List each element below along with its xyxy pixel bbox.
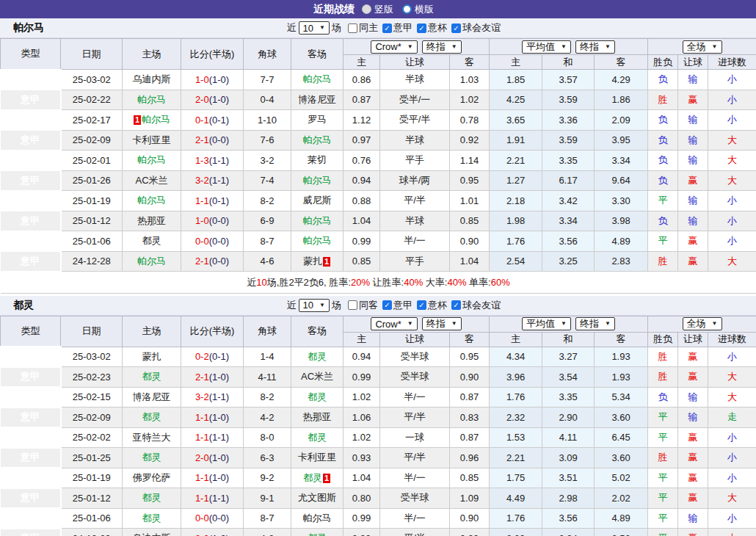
vertical-layout-radio[interactable]	[362, 4, 371, 14]
final-index-select[interactable]: 终指▼	[422, 40, 462, 54]
col-handicap-away: 客	[450, 55, 490, 70]
team-name-text: 帕尔马	[303, 134, 332, 145]
handicap-line-cell: 半/一	[380, 468, 450, 488]
handicap-line-cell: 受半球	[380, 488, 450, 509]
home-team-cell: 帕尔马	[123, 90, 181, 110]
recent-count-select[interactable]: 10 ▼	[299, 21, 330, 35]
league-label-serie-a[interactable]: 意甲	[393, 21, 412, 35]
avg-draw-odds-cell: 6.17	[542, 170, 595, 191]
date-cell: 25-02-09	[61, 130, 123, 151]
handicap-away-odds-cell: 0.92	[450, 130, 490, 151]
near-label: 近	[287, 299, 297, 312]
handicap-away-odds-cell: 0.96	[450, 448, 490, 468]
league-label-club-friendly[interactable]: 球会友谊	[462, 21, 501, 35]
crown-company-select[interactable]: Crow*▼	[371, 317, 417, 330]
summary-segment: 10	[256, 277, 266, 288]
corner-cell: 8-0	[244, 427, 291, 448]
league-label-italy-cup[interactable]: 意杯	[428, 299, 447, 312]
league-checkbox-italy-cup[interactable]	[417, 300, 426, 310]
corner-cell: 1-4	[244, 347, 291, 367]
match-row: 意甲25-01-19佛罗伦萨1-1(1-0)9-2都灵11.04半/一0.851…	[1, 468, 756, 488]
league-label-serie-a[interactable]: 意甲	[393, 299, 412, 312]
avg-away-odds-cell: 3.56	[595, 529, 648, 536]
result-cell: 平	[648, 508, 678, 529]
home-team-cell: 亚特兰大	[123, 427, 181, 448]
halftime-score: (1-1)	[209, 493, 229, 504]
same-home-checkbox[interactable]	[348, 23, 357, 33]
full-match-scope-select[interactable]: 全场▼	[683, 40, 722, 54]
date-cell: 25-01-12	[61, 211, 123, 231]
final-index-select-2[interactable]: 终指▼	[575, 40, 615, 54]
score-cell: 1-1(1-0)	[181, 408, 244, 428]
avg-home-odds-cell: 1.76	[490, 231, 542, 252]
team-name-text: 乌迪内斯	[133, 73, 171, 84]
avg-away-odds-cell: 4.29	[595, 70, 648, 90]
home-team-cell: 都灵	[123, 508, 181, 529]
average-odds-group-header: 平均值▼ 终指▼	[490, 39, 648, 55]
league-label-italy-cup[interactable]: 意杯	[428, 21, 447, 35]
final-index-select-2[interactable]: 终指▼	[575, 317, 615, 330]
col-handicap-result: 让球	[678, 332, 708, 347]
avg-draw-odds-cell: 3.09	[542, 448, 595, 468]
team-name-text: 都灵	[142, 235, 161, 246]
score-cell: 2-1(0-0)	[181, 130, 244, 151]
handicap-result-cell: 输	[678, 70, 708, 90]
handicap-away-odds-cell: 0.90	[450, 508, 490, 529]
red-card-badge: 1	[323, 474, 330, 483]
recent-count-select[interactable]: 10 ▼	[299, 299, 330, 312]
col-home: 主场	[123, 316, 181, 347]
corner-cell: 1-10	[244, 110, 291, 131]
fulltime-score: 1-1	[195, 432, 209, 443]
handicap-away-odds-cell: 0.90	[450, 231, 490, 252]
final-index-select[interactable]: 终指▼	[422, 317, 462, 330]
goals-result-cell: 小	[708, 110, 756, 131]
avg-home-odds-cell: 3.96	[490, 367, 542, 388]
col-handicap-home: 主	[344, 55, 380, 70]
summary-segment: 60%	[491, 277, 510, 288]
full-match-scope-select[interactable]: 全场▼	[683, 317, 722, 330]
same-home-label[interactable]: 同主	[359, 21, 378, 35]
team-name-text: 博洛尼亚	[298, 94, 336, 105]
crown-company-select[interactable]: Crow*▼	[371, 40, 417, 54]
avg-away-odds-cell: 1.93	[595, 367, 648, 388]
handicap-home-odds-cell: 1.02	[344, 427, 380, 448]
avg-draw-odds-cell: 3.34	[542, 211, 595, 231]
handicap-line-cell: 半球	[380, 211, 450, 231]
league-checkbox-serie-a[interactable]	[382, 23, 392, 33]
away-team-cell: 帕尔马	[291, 508, 344, 529]
near-label: 近	[287, 21, 297, 35]
handicap-home-odds-cell: 0.88	[344, 191, 380, 211]
handicap-line-cell: 受半球	[380, 347, 450, 367]
same-away-label[interactable]: 同客	[359, 299, 378, 312]
handicap-home-odds-cell: 0.99	[344, 367, 380, 388]
average-odds-select[interactable]: 平均值▼	[522, 40, 571, 54]
result-cell: 负	[648, 170, 678, 191]
vertical-layout-label[interactable]: 竖版	[374, 3, 393, 16]
league-checkbox-club-friendly[interactable]	[451, 300, 461, 310]
handicap-line-cell: 半/一	[380, 231, 450, 252]
league-checkbox-italy-cup[interactable]	[417, 23, 426, 33]
halftime-score: (1-1)	[209, 155, 229, 166]
average-odds-select[interactable]: 平均值▼	[522, 317, 571, 330]
league-checkbox-serie-a[interactable]	[382, 300, 392, 310]
away-team-cell: 帕尔马	[291, 70, 344, 90]
col-avg-away: 客	[595, 332, 648, 347]
recent-count-value: 10	[303, 300, 313, 311]
horizontal-layout-radio[interactable]	[402, 4, 412, 14]
matches-tbody: 意甲25-03-02乌迪内斯1-0(1-0)7-7帕尔马0.86半球1.031.…	[1, 70, 756, 272]
avg-draw-odds-cell: 3.35	[542, 387, 595, 408]
section-header-torino: 都灵 近 10 ▼ 场 同客 意甲 意杯 球会友谊	[0, 296, 756, 316]
corner-cell: 7-4	[244, 170, 291, 191]
league-label-club-friendly[interactable]: 球会友谊	[462, 299, 501, 312]
avg-draw-odds-cell: 2.98	[542, 488, 595, 509]
handicap-home-odds-cell: 0.94	[344, 347, 380, 367]
score-cell: 1-1(1-0)	[181, 468, 244, 488]
same-away-checkbox[interactable]	[348, 300, 357, 310]
avg-away-odds-cell: 4.89	[595, 508, 648, 529]
goals-result-cell: 小	[708, 70, 756, 90]
result-cell: 胜	[648, 448, 678, 468]
horizontal-layout-label[interactable]: 横版	[415, 3, 434, 16]
halftime-score: (0-1)	[209, 351, 229, 362]
home-team-cell: 蒙扎	[123, 347, 181, 367]
league-checkbox-club-friendly[interactable]	[451, 23, 461, 33]
